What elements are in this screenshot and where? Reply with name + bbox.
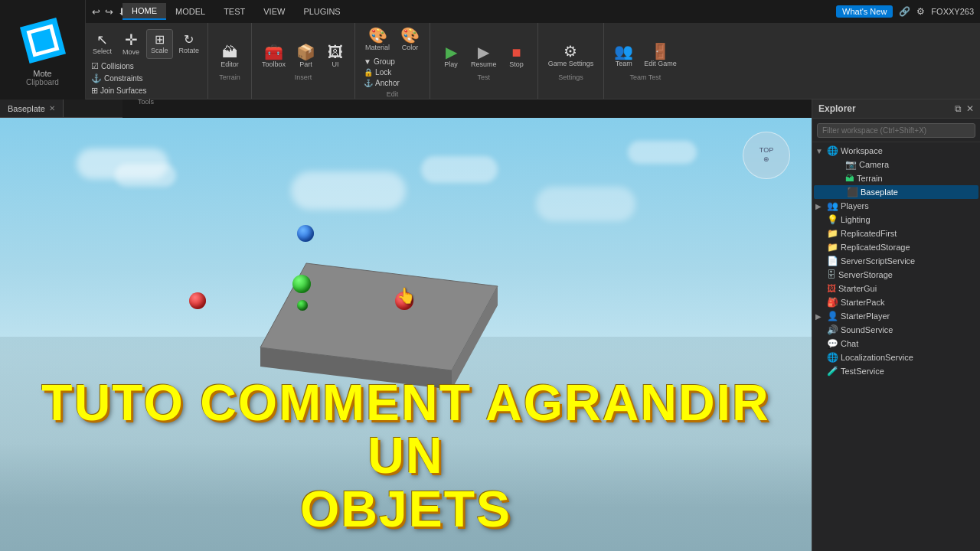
tree-item-localization-service[interactable]: 🌐 LocalizationService [812, 350, 980, 364]
explorer-search [812, 119, 980, 142]
test-section-label: Test [478, 73, 491, 81]
tree-item-server-script-service[interactable]: 📄 ServerScriptService [812, 254, 980, 268]
camera-label: Camera [859, 160, 889, 169]
blue-sphere [297, 225, 314, 242]
select-button[interactable]: ↖ Select [89, 29, 116, 59]
tree-item-starter-pack[interactable]: 🎒 StarterPack [812, 295, 980, 309]
anchor-option[interactable]: ⚓Anchor [361, 78, 402, 88]
material-button[interactable]: 🎨 Material [361, 24, 394, 54]
editor-button[interactable]: 🏔 Editor [213, 41, 247, 71]
baseplate-tab[interactable]: Baseplate ✕ [0, 99, 64, 117]
players-icon: 👥 [827, 201, 838, 211]
lock-option[interactable]: 🔒Lock [361, 67, 402, 77]
explorer-header: Explorer ⧉ ✕ [812, 99, 980, 119]
red-sphere-left [189, 292, 206, 309]
move-button[interactable]: ✛ Move [118, 29, 144, 59]
lighting-label: Lighting [841, 215, 871, 224]
compass-widget[interactable]: TOP⊕ [743, 132, 790, 179]
join-surfaces-option[interactable]: ⊞Join Surfaces [89, 85, 149, 96]
tree-item-workspace[interactable]: ▼ 🌐 Workspace [812, 144, 980, 158]
toolbox-button[interactable]: 🧰 Toolbox [258, 41, 289, 71]
loc-label: LocalizationService [841, 353, 913, 362]
tree-item-replicated-first[interactable]: 📁 ReplicatedFirst [812, 227, 980, 240]
edit-section-label: Edit [387, 90, 399, 98]
rs-label: ReplicatedStorage [841, 243, 910, 252]
title-line2: OBJETS [0, 483, 812, 536]
clipboard-label: Clipboard [26, 78, 59, 86]
tree-item-camera[interactable]: 📷 Camera [812, 158, 980, 171]
sstor-label: ServerStorage [838, 270, 893, 279]
mote-label: Mote [33, 69, 51, 78]
menu-model[interactable]: MODEL [166, 4, 214, 19]
tree-item-terrain[interactable]: 🏔 Terrain [812, 171, 980, 185]
rs-icon: 📁 [827, 242, 838, 253]
quick-undo-icon[interactable]: ↩ [92, 6, 100, 18]
tree-item-baseplate[interactable]: ⬛ Baseplate [814, 185, 978, 199]
baseplate-label: Baseplate [861, 187, 898, 197]
share-icon[interactable]: 🔗 [899, 6, 910, 17]
team-button[interactable]: 👥 Team [610, 41, 637, 71]
collisions-option[interactable]: ☑Collisions [89, 60, 149, 72]
test-label: TestService [841, 367, 884, 376]
explorer-search-input[interactable] [817, 123, 975, 138]
constraints-option[interactable]: ⚓Constraints [89, 73, 149, 84]
edit-game-button[interactable]: 🚪 Edit Game [640, 41, 681, 71]
sound-icon: 🔊 [827, 324, 838, 335]
game-settings-button[interactable]: ⚙ Game Settings [544, 41, 598, 71]
roblox-logo-icon [16, 14, 70, 67]
title-overlay: TUTO COMMENT AGRANDIR UN OBJETS [0, 377, 812, 536]
explorer-dock-icon[interactable]: ⧉ [955, 103, 962, 114]
rotate-button[interactable]: ↻ Rotate [175, 29, 204, 59]
sp-icon: 🎒 [827, 297, 838, 308]
cloud-3 [291, 171, 406, 210]
tree-item-starter-gui[interactable]: 🖼 StarterGui [812, 282, 980, 295]
group-option[interactable]: ▼Group [361, 57, 402, 67]
scale-button[interactable]: ⊞ Scale [146, 29, 173, 59]
tab-close-icon[interactable]: ✕ [49, 104, 55, 112]
tree-item-chat[interactable]: 💬 Chat [812, 337, 980, 350]
color-button[interactable]: 🎨 Color [397, 24, 423, 54]
part-button[interactable]: 📦 Part [292, 41, 319, 71]
chat-label: Chat [841, 339, 858, 348]
ui-button[interactable]: 🖼 UI [322, 41, 348, 71]
menu-bar: HOME MODEL TEST VIEW PLUGINS [122, 3, 350, 20]
play-button[interactable]: ▶ Play [438, 41, 464, 71]
tree-item-replicated-storage[interactable]: 📁 ReplicatedStorage [812, 240, 980, 254]
sstor-icon: 🗄 [827, 269, 836, 280]
menu-test[interactable]: TEST [214, 4, 254, 19]
tree-item-server-storage[interactable]: 🗄 ServerStorage [812, 268, 980, 282]
explorer-title: Explorer [818, 103, 856, 114]
workspace-icon: 🌐 [827, 145, 838, 156]
camera-icon: 📷 [845, 159, 857, 170]
terrain-section-label: Terrain [219, 73, 240, 81]
green-sphere-small [297, 300, 308, 311]
resume-button[interactable]: ▶ Resume [467, 41, 501, 71]
tree-item-test-service[interactable]: 🧪 TestService [812, 364, 980, 378]
explorer-close-icon[interactable]: ✕ [966, 103, 974, 114]
username-label: FOXXY263 [931, 7, 974, 16]
team-test-section-label: Team Test [629, 73, 661, 81]
stop-button[interactable]: ■ Stop [504, 41, 530, 71]
tree-item-sound-service[interactable]: 🔊 SoundService [812, 323, 980, 337]
green-sphere-large [292, 275, 311, 293]
tree-item-players[interactable]: ▶ 👥 Players [812, 199, 980, 213]
loc-icon: 🌐 [827, 352, 838, 363]
sg-icon: 🖼 [827, 283, 836, 294]
logo-area: Mote Clipboard [0, 0, 86, 99]
menu-home[interactable]: HOME [122, 3, 166, 20]
title-line1: TUTO COMMENT AGRANDIR UN [0, 377, 812, 483]
menu-view[interactable]: VIEW [254, 4, 294, 19]
tree-item-lighting[interactable]: 💡 Lighting [812, 213, 980, 227]
terrain-label: Terrain [857, 174, 883, 183]
toolbar-insert-section: 🧰 Toolbox 📦 Part 🖼 UI Insert [252, 23, 355, 99]
whats-new-button[interactable]: What's New [836, 5, 893, 18]
toolbar-settings-section: ⚙ Game Settings Settings [538, 23, 605, 99]
menu-plugins[interactable]: PLUGINS [294, 4, 349, 19]
viewport-canvas[interactable]: 👆 TOP⊕ TUTO COMMENT AGRANDIR UN OBJETS [0, 118, 812, 551]
settings-icon[interactable]: ⚙ [916, 6, 925, 17]
toolbar-test-section: ▶ Play ▶ Resume ■ Stop Test [430, 23, 538, 99]
quick-redo-icon[interactable]: ↪ [105, 6, 113, 18]
sss-label: ServerScriptService [841, 256, 915, 266]
toolbar-team-test-section: 👥 Team 🚪 Edit Game Team Test [604, 23, 687, 99]
tree-item-starter-player[interactable]: ▶ 👤 StarterPlayer [812, 309, 980, 323]
